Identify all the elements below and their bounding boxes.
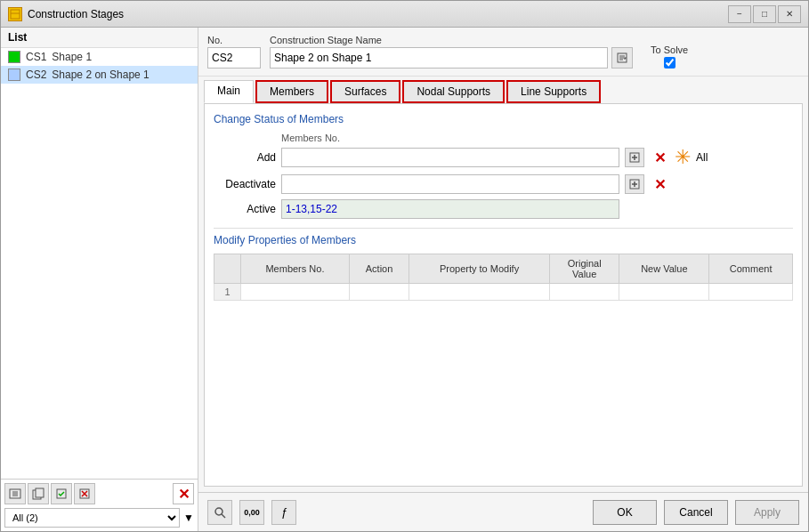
close-button[interactable]: ✕ (778, 5, 801, 23)
active-value: 1-13,15-22 (286, 203, 337, 215)
tab-members[interactable]: Members (255, 80, 328, 103)
table-row[interactable]: 1 (214, 284, 793, 301)
all-dropdown[interactable]: All (2) (4, 508, 180, 528)
col-property: Property to Modify (409, 254, 550, 284)
members-no-col-label: Members No. (281, 133, 793, 143)
name-label: Construction Stage Name (270, 35, 633, 45)
uncheck-items-button[interactable] (74, 483, 95, 504)
tab-nodal-supports[interactable]: Nodal Supports (402, 80, 505, 103)
cs2-color-indicator (8, 69, 20, 81)
row-comment-cell (709, 284, 793, 301)
function-button[interactable]: ƒ (271, 500, 296, 525)
row-new-value-cell (619, 284, 709, 301)
delete-icon: ✕ (178, 486, 190, 503)
col-comment: Comment (709, 254, 793, 284)
add-row: Add ✕ ✳ (214, 146, 793, 169)
tabs-bar: Main Members Surfaces Nodal Supports Lin… (198, 77, 808, 103)
active-label: Active (214, 203, 276, 215)
tab-content-main: Change Status of Members Members No. Add (204, 103, 803, 487)
construction-stages-window: Construction Stages − □ ✕ List CS1 Shape… (0, 0, 809, 532)
cs1-color-indicator (8, 51, 20, 63)
to-solve-checkbox-wrap (664, 57, 676, 69)
tab-line-supports[interactable]: Line Supports (506, 80, 601, 103)
row-property-cell (409, 284, 550, 301)
svg-rect-7 (36, 488, 44, 497)
no-label: No. (207, 35, 261, 45)
section-divider (214, 228, 793, 229)
main-content: List CS1 Shape 1 CS2 Shape 2 on Shape 1 (1, 28, 808, 531)
add-input[interactable] (281, 148, 619, 167)
svg-rect-0 (11, 10, 20, 19)
cs1-id: CS1 (26, 51, 46, 63)
sidebar-toolbar: ✕ (4, 483, 194, 504)
deactivate-label: Deactivate (214, 178, 276, 190)
active-row: Active 1-13,15-22 (214, 199, 793, 219)
row-original-cell (549, 284, 619, 301)
properties-table: Members No. Action Property to Modify Or… (214, 254, 793, 301)
sidebar-header: List (1, 28, 198, 48)
window-title: Construction Stages (28, 8, 728, 20)
col-action: Action (349, 254, 409, 284)
tab-surfaces[interactable]: Surfaces (330, 80, 400, 103)
col-members-no: Members No. (241, 254, 350, 284)
top-form: No. Construction Stage Name (198, 28, 808, 77)
sidebar-item-cs2[interactable]: CS2 Shape 2 on Shape 1 (1, 66, 198, 84)
deactivate-clear-button[interactable]: ✕ (650, 174, 669, 194)
no-group: No. (207, 35, 261, 69)
to-solve-checkbox[interactable] (664, 57, 676, 69)
tab-main[interactable]: Main (204, 80, 254, 103)
search-button[interactable] (207, 500, 232, 525)
delete-item-button[interactable]: ✕ (173, 483, 194, 504)
add-clear-icon: ✕ (654, 149, 666, 166)
tabs-container: Main Members Surfaces Nodal Supports Lin… (198, 77, 808, 492)
table-header-row: Members No. Action Property to Modify Or… (214, 254, 793, 284)
deactivate-row: Deactivate ✕ (214, 174, 793, 194)
name-group: Construction Stage Name (270, 35, 633, 69)
sidebar: List CS1 Shape 1 CS2 Shape 2 on Shape 1 (1, 28, 198, 531)
col-original-value: OriginalValue (549, 254, 619, 284)
value-button[interactable]: 0,00 (239, 500, 264, 525)
sidebar-item-cs1[interactable]: CS1 Shape 1 (1, 48, 198, 66)
name-input[interactable] (270, 47, 608, 69)
add-select-button[interactable] (625, 148, 644, 167)
copy-item-button[interactable] (28, 483, 49, 504)
modify-title: Modify Properties of Members (214, 234, 793, 246)
add-item-button[interactable] (4, 483, 26, 504)
maximize-button[interactable]: □ (753, 5, 776, 23)
sidebar-list: CS1 Shape 1 CS2 Shape 2 on Shape 1 (1, 48, 198, 479)
svg-line-23 (222, 514, 225, 518)
add-clear-button[interactable]: ✕ (650, 148, 669, 167)
change-status-title: Change Status of Members (214, 113, 793, 125)
check-items-button[interactable] (51, 483, 72, 504)
minimize-button[interactable]: − (728, 5, 751, 23)
col-num (214, 254, 241, 284)
bottom-bar: 0,00 ƒ OK Cancel Apply (198, 492, 808, 531)
row-members-no-cell (241, 284, 350, 301)
to-solve-label: To Solve (651, 44, 688, 55)
apply-button[interactable]: Apply (735, 500, 799, 525)
col-new-value: New Value (619, 254, 709, 284)
cancel-button[interactable]: Cancel (664, 500, 728, 525)
row-num-cell: 1 (214, 284, 241, 301)
all-select-group: All (2) ▼ (4, 508, 194, 528)
active-value-bar: 1-13,15-22 (281, 199, 619, 219)
right-panel: No. Construction Stage Name (198, 28, 808, 531)
dropdown-chevron-icon: ▼ (183, 512, 194, 524)
title-bar: Construction Stages − □ ✕ (1, 1, 808, 28)
cs1-name: Shape 1 (52, 51, 92, 63)
cs2-name: Shape 2 on Shape 1 (52, 69, 149, 81)
add-label: Add (214, 151, 276, 164)
cs2-id: CS2 (26, 69, 46, 81)
edit-name-button[interactable] (611, 47, 633, 69)
deactivate-select-button[interactable] (625, 174, 644, 194)
window-icon (8, 7, 22, 21)
sidebar-footer: ✕ All (2) ▼ (1, 479, 198, 531)
deactivate-input[interactable] (281, 174, 619, 194)
ok-button[interactable]: OK (593, 500, 657, 525)
window-controls: − □ ✕ (728, 5, 801, 23)
deactivate-clear-icon: ✕ (654, 176, 666, 193)
no-input[interactable] (207, 47, 261, 69)
row-action-cell (349, 284, 409, 301)
all-label[interactable]: All (696, 151, 708, 164)
explode-icon[interactable]: ✳ (675, 146, 691, 169)
